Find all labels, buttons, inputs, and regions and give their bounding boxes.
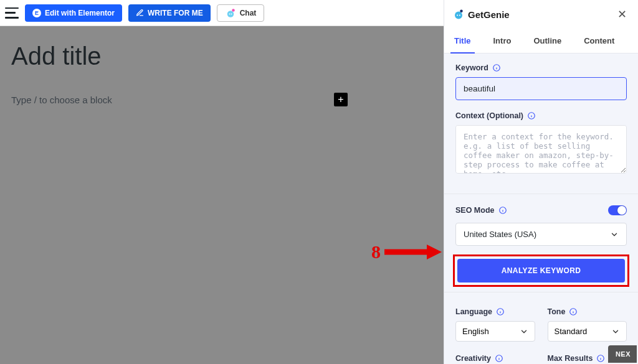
tab-intro[interactable]: Intro [491, 30, 514, 53]
svg-point-2 [229, 13, 230, 14]
add-block-button[interactable]: + [334, 93, 348, 106]
tone-value: Standard [555, 327, 588, 336]
tab-title[interactable]: Title [452, 30, 474, 53]
edit-elementor-button[interactable]: E Edit with Elementor [25, 4, 122, 22]
elementor-icon: E [32, 9, 41, 17]
chat-label: Chat [240, 9, 257, 17]
info-icon [596, 354, 605, 363]
panel-body: Keyword Context (Optional) SEO Mode [444, 54, 638, 364]
editor-body: Type / to choose a block + [0, 26, 444, 364]
pencil-icon [136, 9, 144, 17]
chevron-down-icon [611, 327, 620, 336]
tone-select[interactable]: Standard [548, 321, 627, 342]
info-icon [496, 307, 505, 316]
chat-button[interactable]: Chat [217, 4, 265, 22]
svg-point-7 [459, 14, 460, 16]
svg-point-1 [232, 9, 235, 12]
tone-label: Tone [548, 307, 627, 316]
svg-point-4 [455, 12, 462, 19]
analyze-highlight-box: ANALYZE KEYWORD [453, 254, 629, 287]
country-value: United States (USA) [464, 230, 536, 239]
divider [444, 292, 638, 292]
chevron-down-icon [520, 327, 528, 336]
write-for-me-button[interactable]: WRITE FOR ME [128, 4, 211, 22]
context-textarea[interactable] [455, 125, 627, 174]
info-icon [498, 206, 507, 215]
menu-icon[interactable] [5, 7, 19, 19]
analyze-keyword-button[interactable]: ANALYZE KEYWORD [457, 259, 625, 282]
post-title-input[interactable] [11, 42, 432, 70]
close-panel-button[interactable]: ✕ [615, 6, 629, 22]
getgenie-panel: GetGenie ✕ Title Intro Outline Content K… [444, 0, 638, 364]
seo-mode-label: SEO Mode [455, 206, 507, 215]
genie-chat-icon [225, 7, 236, 19]
brand-name: GetGenie [468, 9, 510, 20]
write-for-me-label: WRITE FOR ME [148, 9, 203, 17]
panel-tabs: Title Intro Outline Content [444, 27, 638, 54]
country-select[interactable]: United States (USA) [455, 223, 627, 246]
tab-content[interactable]: Content [581, 30, 617, 53]
topbar: E Edit with Elementor WRITE FOR ME Chat [0, 0, 444, 26]
language-value: English [462, 327, 489, 336]
context-label: Context (Optional) [455, 111, 627, 120]
next-button[interactable]: NEX [608, 345, 637, 363]
info-icon [569, 307, 578, 316]
language-select[interactable]: English [455, 321, 535, 342]
keyword-input[interactable] [455, 77, 627, 100]
creativity-label: Creativity [455, 354, 535, 363]
svg-point-6 [457, 14, 458, 16]
info-icon [495, 354, 503, 363]
chevron-down-icon [610, 230, 619, 239]
svg-point-0 [227, 11, 234, 17]
svg-point-5 [460, 10, 463, 13]
seo-mode-toggle[interactable] [608, 205, 627, 215]
panel-brand: GetGenie [453, 9, 510, 20]
svg-point-3 [231, 13, 232, 14]
edit-elementor-label: Edit with Elementor [45, 9, 115, 17]
info-icon [492, 63, 501, 72]
language-label: Language [455, 307, 535, 316]
block-hint: Type / to choose a block [11, 95, 112, 105]
keyword-label: Keyword [455, 63, 627, 72]
getgenie-logo-icon [453, 9, 464, 20]
info-icon [527, 111, 536, 120]
tab-outline[interactable]: Outline [531, 30, 564, 53]
editor-area: E Edit with Elementor WRITE FOR ME Chat … [0, 0, 444, 364]
